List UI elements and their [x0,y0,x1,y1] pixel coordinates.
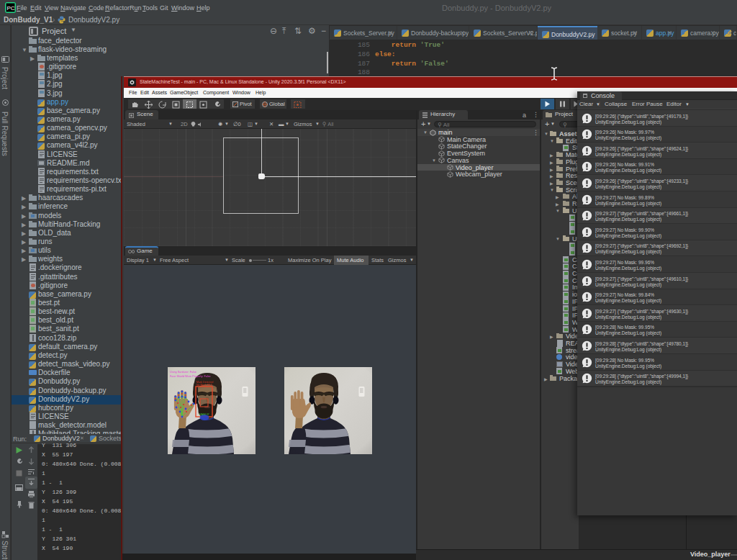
svg-text:PC: PC [7,5,15,12]
